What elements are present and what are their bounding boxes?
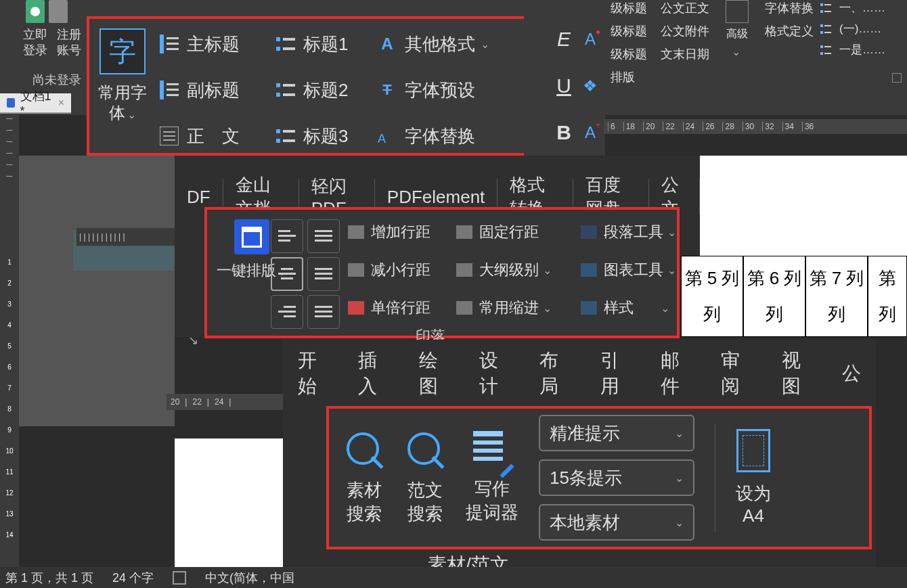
close-icon[interactable]: × <box>58 97 64 109</box>
register-button[interactable]: 注册 账号 <box>57 27 81 59</box>
search-icon <box>344 430 384 470</box>
table-cell[interactable]: 第 5 列列 <box>681 256 743 337</box>
word-count[interactable]: 24 个字 <box>112 570 154 586</box>
tab-mail[interactable]: 邮件 <box>646 348 706 399</box>
tab-view[interactable]: 视图 <box>767 348 827 399</box>
fixed-spacing-btn[interactable]: 固定行距 <box>456 222 552 242</box>
t-icon: T <box>378 81 397 99</box>
vertical-ruler: ——————1234567891011121314 <box>0 115 19 575</box>
avatar-gray-icon <box>49 0 68 23</box>
tab-reference[interactable]: 引用 <box>585 348 646 399</box>
material-search-button[interactable]: 素材 搜索 <box>344 430 384 526</box>
document-tab[interactable]: 文档1 * × <box>0 93 71 114</box>
bold-button[interactable]: B <box>556 121 571 144</box>
font-color-icon[interactable]: ❖ <box>583 76 598 95</box>
tab-start[interactable]: 开始 <box>283 348 343 399</box>
login-button[interactable]: 立即 登录 <box>23 27 47 59</box>
heading2-btn[interactable]: 标题2 <box>276 78 361 102</box>
doc-icon <box>7 98 15 108</box>
set-a4-button[interactable]: 设为 A4 <box>736 429 771 526</box>
advanced-col[interactable]: 高级 ⌄ <box>716 0 758 87</box>
level-heading[interactable]: 级标题 <box>611 0 647 16</box>
common-fonts-button[interactable]: 字 常用字体 ⌄ <box>95 28 150 123</box>
horizontal-ruler: 618202224262830323436 <box>604 119 907 134</box>
underline-button[interactable]: U <box>556 74 571 97</box>
ruler-fragment-2: 20|22|24| <box>167 394 286 410</box>
font-replace-btn[interactable]: 字体替换 <box>378 125 491 148</box>
align-left-button[interactable] <box>271 219 303 253</box>
font-shrink-icon[interactable]: A+ <box>585 123 596 142</box>
doc-date[interactable]: 文末日期 <box>661 46 709 62</box>
chevron-down-icon: ⌄ <box>543 302 552 315</box>
tab-gongwen[interactable]: 公 <box>827 361 876 386</box>
level-heading[interactable]: 级标题 <box>611 46 647 62</box>
dialog-launcher-icon[interactable] <box>892 73 902 83</box>
align-both-button[interactable] <box>307 295 340 329</box>
subtitle-btn[interactable]: 副标题 <box>160 78 260 102</box>
typeset-label[interactable]: 排版 <box>611 69 647 85</box>
spacing-icon <box>348 263 364 277</box>
chart-tool-btn[interactable]: 图表工具⌄ <box>581 260 676 280</box>
styles-btn[interactable]: 样式⌄ <box>581 298 676 318</box>
onekey-icon <box>234 219 269 254</box>
source-dropdown[interactable]: 本地素材⌄ <box>539 504 694 541</box>
table-cell[interactable]: 第列 <box>868 256 907 337</box>
heading3-btn[interactable]: 标题3 <box>276 125 361 148</box>
tab-insert[interactable]: 插入 <box>343 348 403 399</box>
numbering-col: 一、…… (一)…… 一是…… <box>820 0 885 87</box>
chevron-down-icon: ⌄ <box>127 109 136 120</box>
table-cell[interactable]: 第 6 列列 <box>743 256 805 337</box>
list-icon <box>276 35 295 53</box>
language-status[interactable]: 中文(简体，中国 <box>205 570 294 586</box>
tab-review[interactable]: 审阅 <box>706 348 766 399</box>
doc-attach[interactable]: 公文附件 <box>661 23 709 39</box>
common-indent-btn[interactable]: 常用缩进⌄ <box>456 298 552 318</box>
list-style-2[interactable]: (一)…… <box>820 21 885 37</box>
avatar-icon <box>26 0 45 23</box>
align-center-button[interactable] <box>271 257 303 291</box>
chevron-down-icon: ⌄ <box>667 264 676 277</box>
prompt-button[interactable]: 写作 提词器 <box>466 431 518 524</box>
status-bar: 第 1 页，共 1 页 24 个字 中文(简体，中国 <box>0 567 907 588</box>
chevron-down-icon: ⌄ <box>543 264 552 277</box>
list-icon <box>820 45 831 55</box>
align-dist-button[interactable] <box>307 257 340 291</box>
decrease-spacing-btn[interactable]: 减小行距 <box>348 260 430 280</box>
increase-spacing-btn[interactable]: 增加行距 <box>348 222 430 242</box>
precision-dropdown[interactable]: 精准提示⌄ <box>539 415 694 451</box>
page-status[interactable]: 第 1 页，共 1 页 <box>5 570 93 586</box>
outline-level-btn[interactable]: 大纲级别⌄ <box>456 260 552 280</box>
align-right-button[interactable] <box>271 295 303 329</box>
level-heading[interactable]: 级标题 <box>611 23 647 39</box>
format-define[interactable]: 格式定义 <box>765 23 814 39</box>
sample-search-button[interactable]: 范文 搜索 <box>405 430 445 526</box>
align-justify-button[interactable] <box>307 219 340 253</box>
italic-button[interactable]: E <box>557 28 571 51</box>
body-text-btn[interactable]: 正 文 <box>160 125 260 148</box>
search-icon <box>405 430 445 470</box>
chevron-down-icon: ⌄ <box>675 516 684 529</box>
other-format-btn[interactable]: A其他格式⌄ <box>378 32 491 56</box>
single-spacing-btn[interactable]: 单倍行距 <box>348 298 430 318</box>
list-icon <box>276 81 295 99</box>
book-icon[interactable] <box>173 571 186 585</box>
heading1-btn[interactable]: 标题1 <box>276 32 361 56</box>
font-char-icon: 字 <box>99 28 146 74</box>
list-icon <box>276 127 295 145</box>
paragraph-tool-btn[interactable]: 段落工具⌄ <box>581 222 676 242</box>
tab-draw[interactable]: 绘图 <box>404 348 464 399</box>
font-grow-icon[interactable]: A● <box>585 30 596 49</box>
count-dropdown[interactable]: 15条提示⌄ <box>539 459 694 496</box>
tab-layout[interactable]: 布局 <box>525 348 585 399</box>
main-title-btn[interactable]: 主标题 <box>160 32 260 56</box>
spacing-icon <box>348 301 364 315</box>
dialog-launcher-icon[interactable]: ↘ <box>188 333 198 348</box>
font-replace[interactable]: 字体替换 <box>765 0 814 16</box>
list-style-1[interactable]: 一、…… <box>820 0 885 16</box>
font-preset-btn[interactable]: T字体预设 <box>378 78 491 102</box>
list-icon <box>820 24 831 34</box>
doc-body[interactable]: 公文正文 <box>661 0 709 16</box>
tab-design[interactable]: 设计 <box>464 348 525 399</box>
list-style-3[interactable]: 一是…… <box>820 42 885 58</box>
table-cell[interactable]: 第 7 列列 <box>805 256 868 337</box>
